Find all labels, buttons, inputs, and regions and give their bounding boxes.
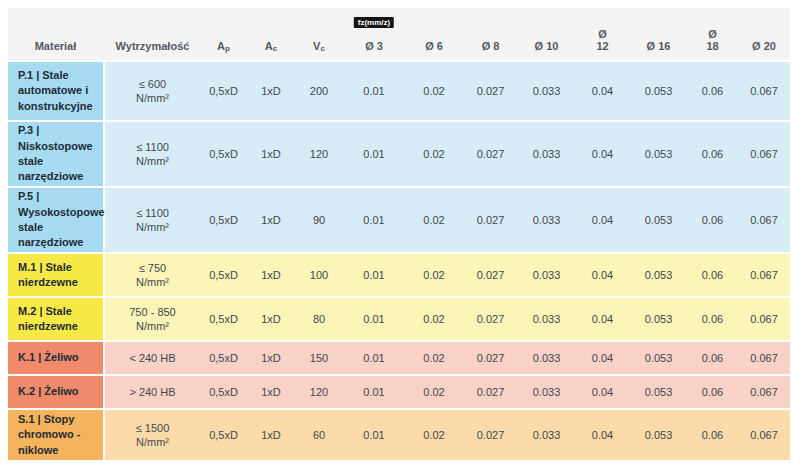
header-cell-d20: Ø 20 <box>738 8 790 60</box>
vc-symbol: V <box>313 40 320 53</box>
vc-cell: 150 <box>295 342 343 374</box>
header-cell-ap: Ap <box>200 8 247 60</box>
fz-cell-d6: 0.02 <box>405 254 463 296</box>
fz-cell-d12: 0.04 <box>575 376 630 408</box>
fz-cell-d10: 0.033 <box>518 254 575 296</box>
material-cell: S.1 | Stopy chromowo - niklowe <box>8 410 103 460</box>
vc-cell: 80 <box>295 298 343 340</box>
vc-cell: 200 <box>295 62 343 120</box>
fz-cell-d18: 0.06 <box>687 254 738 296</box>
fz-cell-d10: 0.033 <box>518 342 575 374</box>
ac-cell: 1xD <box>247 188 295 252</box>
ac-cell: 1xD <box>247 342 295 374</box>
ac-cell: 1xD <box>247 122 295 186</box>
ac-cell: 1xD <box>247 410 295 460</box>
ac-symbol: A <box>265 40 273 53</box>
table-row: K.1 | Żeliwo < 240 HB 0,5xD 1xD 150 0.01… <box>8 342 790 374</box>
header-cell-d3: fz(mm/z) Ø 3 <box>343 8 405 60</box>
fz-cell-d18: 0.06 <box>687 122 738 186</box>
fz-cell-d18: 0.06 <box>687 188 738 252</box>
table-header: Materiał Wytrzymałość Ap Ac Vc fz(mm/z) … <box>8 8 790 60</box>
fz-cell-d3: 0.01 <box>343 410 405 460</box>
fz-cell-d12: 0.04 <box>575 342 630 374</box>
header-cell-d18: Ø 18 <box>687 8 738 60</box>
fz-cell-d6: 0.02 <box>405 298 463 340</box>
fz-cell-d8: 0.027 <box>463 410 518 460</box>
fz-cell-d8: 0.027 <box>463 62 518 120</box>
table-row: M.1 | Stale nierdzewne ≤ 750 N/mm² 0,5xD… <box>8 254 790 296</box>
fz-cell-d20: 0.067 <box>738 254 790 296</box>
ap-symbol: A <box>217 40 225 53</box>
fz-cell-d3: 0.01 <box>343 188 405 252</box>
parameters-table: Materiał Wytrzymałość Ap Ac Vc fz(mm/z) … <box>8 8 790 460</box>
fz-cell-d10: 0.033 <box>518 298 575 340</box>
header-cell-d10: Ø 10 <box>518 8 575 60</box>
fz-cell-d6: 0.02 <box>405 62 463 120</box>
vc-subscript: c <box>320 45 324 53</box>
ac-subscript: c <box>273 45 277 53</box>
row-values: ≤ 1100 N/mm² 0,5xD 1xD 90 0.01 0.02 0.02… <box>105 188 790 252</box>
header-cell-ac: Ac <box>247 8 295 60</box>
page: Materiał Wytrzymałość Ap Ac Vc fz(mm/z) … <box>0 0 800 467</box>
strength-cell: ≤ 750 N/mm² <box>105 254 200 296</box>
fz-cell-d6: 0.02 <box>405 342 463 374</box>
ap-cell: 0,5xD <box>200 62 247 120</box>
fz-cell-d16: 0.053 <box>630 410 687 460</box>
fz-cell-d3: 0.01 <box>343 342 405 374</box>
table-body: P.1 | Stale automatowe i konstrukcyjne ≤… <box>8 62 790 460</box>
vc-cell: 100 <box>295 254 343 296</box>
strength-cell: 750 - 850 N/mm² <box>105 298 200 340</box>
fz-cell-d3: 0.01 <box>343 376 405 408</box>
vc-cell: 120 <box>295 122 343 186</box>
material-cell: P.5 | Wysokostopowe stale narzędziowe <box>8 188 103 252</box>
header-cell-material: Materiał <box>8 8 103 60</box>
fz-cell-d16: 0.053 <box>630 376 687 408</box>
ac-cell: 1xD <box>247 62 295 120</box>
vc-cell: 60 <box>295 410 343 460</box>
fz-cell-d20: 0.067 <box>738 298 790 340</box>
fz-unit-badge: fz(mm/z) <box>354 17 394 28</box>
fz-cell-d12: 0.04 <box>575 62 630 120</box>
fz-cell-d20: 0.067 <box>738 122 790 186</box>
header-grid: Wytrzymałość Ap Ac Vc fz(mm/z) Ø 3 Ø 6 Ø… <box>105 8 790 60</box>
fz-cell-d20: 0.067 <box>738 410 790 460</box>
fz-cell-d10: 0.033 <box>518 62 575 120</box>
strength-cell: < 240 HB <box>105 342 200 374</box>
fz-cell-d16: 0.053 <box>630 254 687 296</box>
fz-cell-d3: 0.01 <box>343 298 405 340</box>
fz-cell-d6: 0.02 <box>405 122 463 186</box>
header-cell-strength: Wytrzymałość <box>105 8 200 60</box>
vc-cell: 90 <box>295 188 343 252</box>
strength-cell: ≤ 1100 N/mm² <box>105 188 200 252</box>
fz-cell-d12: 0.04 <box>575 410 630 460</box>
ap-cell: 0,5xD <box>200 122 247 186</box>
fz-cell-d8: 0.027 <box>463 376 518 408</box>
fz-cell-d16: 0.053 <box>630 188 687 252</box>
fz-cell-d6: 0.02 <box>405 376 463 408</box>
row-values: < 240 HB 0,5xD 1xD 150 0.01 0.02 0.027 0… <box>105 342 790 374</box>
header-cell-d8: Ø 8 <box>463 8 518 60</box>
strength-cell: > 240 HB <box>105 376 200 408</box>
material-cell: K.2 | Żeliwo <box>8 376 103 408</box>
material-cell: M.2 | Stale nierdzewne <box>8 298 103 340</box>
fz-cell-d16: 0.053 <box>630 62 687 120</box>
fz-cell-d12: 0.04 <box>575 254 630 296</box>
ac-cell: 1xD <box>247 376 295 408</box>
fz-cell-d16: 0.053 <box>630 122 687 186</box>
table-row: P.3 | Niskostopowe stale narzędziowe ≤ 1… <box>8 122 790 186</box>
fz-cell-d6: 0.02 <box>405 410 463 460</box>
fz-cell-d10: 0.033 <box>518 188 575 252</box>
ap-cell: 0,5xD <box>200 410 247 460</box>
table-row: K.2 | Żeliwo > 240 HB 0,5xD 1xD 120 0.01… <box>8 376 790 408</box>
strength-cell: ≤ 1500 N/mm² <box>105 410 200 460</box>
fz-cell-d8: 0.027 <box>463 254 518 296</box>
fz-cell-d18: 0.06 <box>687 298 738 340</box>
d3-label: Ø 3 <box>365 40 383 53</box>
ap-cell: 0,5xD <box>200 376 247 408</box>
fz-cell-d3: 0.01 <box>343 254 405 296</box>
header-cell-vc: Vc <box>295 8 343 60</box>
table-row: M.2 | Stale nierdzewne 750 - 850 N/mm² 0… <box>8 298 790 340</box>
ac-cell: 1xD <box>247 254 295 296</box>
fz-cell-d8: 0.027 <box>463 342 518 374</box>
fz-cell-d6: 0.02 <box>405 188 463 252</box>
